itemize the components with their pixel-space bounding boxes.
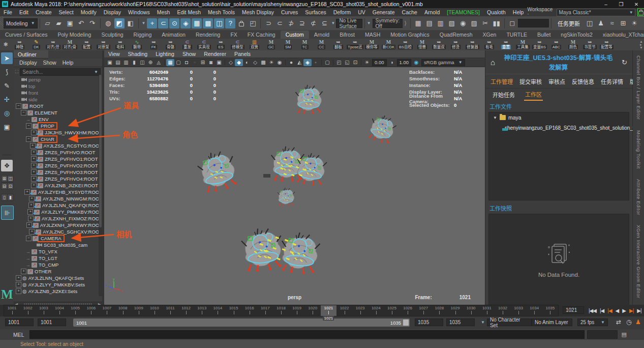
- shelf-tab-bifrost[interactable]: Bifrost: [334, 31, 360, 39]
- outliner-item-jjkjhs-hwvxhm-root[interactable]: +↗JJKJHS_HWVXHM:ROOT: [14, 129, 102, 136]
- menu-mesh[interactable]: Mesh: [154, 9, 174, 15]
- shelf-button-item[interactable]: ➥书签节: [581, 39, 598, 50]
- outliner-item-ayjlzxnh-jprxwy-root[interactable]: +↗AYJLZXNH_JPRXWY:ROOT: [14, 222, 102, 228]
- shelf-button-item[interactable]: ▥双簧: [246, 39, 263, 50]
- view-transform-icon[interactable]: ◉: [412, 59, 420, 66]
- history-icon-4[interactable]: ⊇: [297, 18, 307, 28]
- shelf-tab-rigging[interactable]: Rigging: [129, 31, 157, 39]
- frame-1013[interactable]: 1013: [194, 305, 210, 316]
- shelf-button-gc[interactable]: MGC: [263, 39, 280, 50]
- frame-1019[interactable]: 1019: [289, 305, 305, 316]
- frame-1015[interactable]: 1015: [226, 305, 241, 316]
- outliner-item-char[interactable]: −↗CHAR: [14, 136, 102, 142]
- shelf-tab-xgen[interactable]: XGen: [478, 31, 502, 39]
- hypershade-icon[interactable]: ◉: [458, 18, 468, 28]
- menu-surfaces[interactable]: Surfaces: [301, 9, 329, 15]
- outliner-search-input[interactable]: Search...▼: [20, 68, 101, 76]
- snap-expand-arrow[interactable]: ▼: [142, 21, 146, 25]
- shelf-button-item[interactable]: ➥有毛: [481, 39, 498, 50]
- open-scene-icon[interactable]: ▰: [54, 18, 64, 28]
- viewcube-icon[interactable]: ▢: [323, 59, 331, 66]
- frame-1020[interactable]: 1020: [305, 305, 321, 316]
- character-controls-icon[interactable]: ◫: [585, 18, 595, 28]
- outliner-item-zrzs-pvfhvo4-root[interactable]: +↗ZRZS_PVFHVO4:ROOT: [14, 176, 102, 182]
- playback-start-field[interactable]: 1001: [38, 318, 66, 326]
- task-update-button[interactable]: 任务更新: [554, 19, 584, 27]
- shelf-gear-icon[interactable]: ✱: [0, 41, 11, 48]
- snap-curve-icon[interactable]: ⊂: [158, 18, 168, 28]
- live-surface-field[interactable]: No Live Surface: [336, 19, 362, 28]
- folder-row[interactable]: ▼ maya: [489, 112, 629, 123]
- outliner-item-ayjlznb-ninwgm-root[interactable]: +↗AYJLZNB_NINWGM:ROOT: [14, 195, 102, 202]
- select-camera-icon[interactable]: ▣: [106, 59, 114, 66]
- menu-file[interactable]: File: [0, 9, 16, 15]
- outliner-item-env[interactable]: →↗ENV: [14, 116, 102, 123]
- frame-1010[interactable]: 1010: [146, 305, 162, 316]
- file-row[interactable]: shenyinwangzuo_EP168_SC03_shot035_shot_s…: [489, 123, 629, 133]
- frame-1027[interactable]: 1027: [416, 305, 432, 316]
- menu-select[interactable]: Select: [55, 9, 77, 15]
- shelf-button-tc[interactable]: MTC: [296, 39, 313, 50]
- move-tool[interactable]: ✢: [1, 94, 13, 105]
- outliner-menu-help[interactable]: Help: [60, 60, 76, 66]
- shelf-button-item[interactable]: ➥对原架: [95, 39, 112, 50]
- auto-keyframe-icon[interactable]: ♟: [635, 318, 641, 326]
- frame-1032[interactable]: 1032: [495, 305, 510, 316]
- shelf-button-es[interactable]: ➥ES: [212, 39, 229, 50]
- shelf-button-abc[interactable]: ➥ABC: [548, 39, 565, 50]
- outliner-item-ayjlznb-jizkei-sets[interactable]: +◍AYJLZNB_JIZKEI:Sets: [14, 288, 102, 295]
- frame-1007[interactable]: 1007: [99, 305, 115, 316]
- shelf-scroll-arrows[interactable]: ▲●▼: [639, 39, 643, 50]
- dock-tab-modeling-toolkit[interactable]: Modeling Toolkit: [636, 125, 641, 174]
- shelf-button-item[interactable]: M对齐(骨: [62, 39, 78, 50]
- viewport-panel[interactable]: ViewShadingLightingShowRendererPanels ▣▤…: [104, 50, 485, 305]
- grid-options-icon[interactable]: ⊞: [618, 18, 628, 28]
- shelf-button-item[interactable]: M颜色: [565, 39, 581, 50]
- shelf-button-item[interactable]: ➥数量双: [431, 39, 447, 50]
- exposure-field[interactable]: 0.00: [372, 59, 387, 66]
- task-tab-item[interactable]: 任务详情: [601, 77, 623, 85]
- symmetry-field[interactable]: Symmetry: Off: [373, 19, 403, 28]
- outliner-item-ayjlzxnh-fixmoz-root[interactable]: +↗AYJLZXNH_FIXMOZ:ROOT: [14, 215, 102, 222]
- range-slider-handle[interactable]: [403, 320, 409, 326]
- shelf-button-bs[interactable]: ➥BS自检: [397, 39, 414, 50]
- history-icon-6[interactable]: ⊆: [319, 18, 329, 28]
- frame-1003[interactable]: 1003: [36, 305, 51, 316]
- highlight-selection-icon[interactable]: ◰: [248, 18, 258, 28]
- mel-input-field[interactable]: [29, 330, 585, 339]
- shelf-tab-xiaohuolu-xtchangyong[interactable]: xiaohuolu_XTchangyong: [598, 31, 644, 39]
- motion-blur-icon[interactable]: ▣: [215, 59, 223, 66]
- toolbar-grip[interactable]: [0, 16, 4, 30]
- shelf-button-item[interactable]: ➥配置: [78, 39, 95, 50]
- viewport-menu-shading[interactable]: Shading: [124, 51, 152, 57]
- shelf-button-item[interactable]: ➥翻板: [330, 39, 347, 50]
- view-transform-combo[interactable]: sRGB gamma▼: [421, 59, 465, 66]
- shelf-tab-poly-modeling[interactable]: Poly Modeling: [52, 31, 96, 39]
- outliner-item-zrzs-pvfhvo2-root[interactable]: +↗ZRZS_PVFHVO2:ROOT: [14, 162, 102, 169]
- frame-1022[interactable]: 1022: [336, 305, 352, 316]
- shelf-button-item[interactable]: ➥配置等: [598, 39, 615, 50]
- shelf-button-item[interactable]: ⊂修模型: [229, 39, 246, 50]
- outliner-item-ayjlzlnn-qkafqi-sets[interactable]: +◍AYJLZLNN_QKAFQI:Sets: [14, 275, 102, 281]
- tearoff-copy-icon[interactable]: ◱: [343, 59, 351, 66]
- frame-1029[interactable]: 1029: [447, 305, 463, 316]
- light-editor-icon[interactable]: ▨: [469, 18, 479, 28]
- maximize-viewport-icon[interactable]: ⊡: [351, 59, 359, 66]
- home-icon[interactable]: ⌂: [490, 58, 495, 67]
- shelf-button-tpose[interactable]: ➥Tpose还: [347, 39, 363, 50]
- outliner-item-side[interactable]: side: [14, 96, 102, 103]
- character-set-combo[interactable]: ▼No Character Set: [481, 318, 532, 326]
- playback-end-field[interactable]: 1035: [415, 318, 443, 326]
- workspace-combo[interactable]: Maya Classic*▼: [557, 9, 635, 16]
- shelf-button-item[interactable]: ➥重置: [498, 39, 514, 50]
- shade-all-icon[interactable]: ◆: [235, 59, 243, 66]
- shelf-tab-curves-surfaces[interactable]: Curves / Surfaces: [0, 31, 52, 39]
- step-forward-key-button[interactable]: ▶|: [628, 308, 635, 313]
- xgen-icon[interactable]: ≈: [607, 18, 617, 28]
- select-component-icon[interactable]: ◧: [126, 18, 136, 28]
- snap-projected-center-icon[interactable]: ◈: [180, 18, 191, 28]
- outliner-menu-show[interactable]: Show: [40, 60, 58, 66]
- workspace-lock-icon[interactable]: [637, 8, 644, 16]
- shelf-button-item[interactable]: ➥毛料: [112, 39, 129, 50]
- outliner-item-zrzs-pvfhvo1-root[interactable]: +↗ZRZS_PVFHVO1:ROOT: [14, 156, 102, 162]
